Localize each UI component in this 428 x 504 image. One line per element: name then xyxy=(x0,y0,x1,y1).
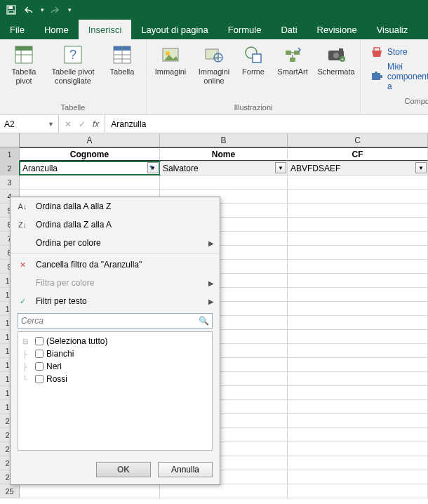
cell[interactable] xyxy=(20,484,160,498)
sort-descending[interactable]: Z↓ Ordina dalla Z alla A xyxy=(11,215,220,234)
cell[interactable] xyxy=(288,428,428,442)
undo-more-icon[interactable]: ▾ xyxy=(41,6,44,13)
header-cf[interactable]: CF xyxy=(288,147,428,161)
cell[interactable] xyxy=(160,175,288,189)
filter-dropdown-panel: A↓ Ordina dalla A alla Z Z↓ Ordina dalla… xyxy=(10,197,220,485)
tab-layout[interactable]: Layout di pagina xyxy=(131,20,218,39)
filter-values-list[interactable]: ⊟(Seleziona tutto) ├Bianchi ├Neri └Rossi xyxy=(18,331,213,451)
formula-bar: A2 ▼ ✕ ✓ fx Aranzulla xyxy=(0,115,428,133)
cancel-button[interactable]: Annulla xyxy=(158,462,213,477)
tab-insert[interactable]: Inserisci xyxy=(79,20,132,39)
name-box[interactable]: A2 ▼ xyxy=(0,115,59,133)
undo-button[interactable] xyxy=(21,1,38,18)
cell[interactable] xyxy=(288,175,428,189)
cell[interactable] xyxy=(288,232,428,245)
ok-button[interactable]: OK xyxy=(96,462,151,477)
pivot-table-button[interactable]: Tabella pivot xyxy=(4,42,44,86)
my-addins-label: Miei componenti a xyxy=(387,62,428,91)
cell-reference: A2 xyxy=(4,119,15,129)
filter-item[interactable]: ├Bianchi xyxy=(22,347,208,360)
tab-file[interactable]: File xyxy=(0,20,34,39)
cell[interactable] xyxy=(288,372,428,385)
fx-icon[interactable]: fx xyxy=(93,119,99,129)
filter-button-nome[interactable]: ▼ xyxy=(275,162,286,173)
col-header-b[interactable]: B xyxy=(160,133,288,147)
cell[interactable] xyxy=(288,414,428,427)
col-header-c[interactable]: C xyxy=(288,133,428,147)
smartart-button[interactable]: SmartArt xyxy=(273,42,312,86)
filter-item[interactable]: ├Neri xyxy=(22,360,208,373)
cell[interactable] xyxy=(288,246,428,259)
col-header-a[interactable]: A xyxy=(20,133,160,147)
accept-formula-icon[interactable]: ✓ xyxy=(79,119,86,129)
row-header-3[interactable]: 3 xyxy=(0,175,20,189)
cell[interactable] xyxy=(288,470,428,484)
table-row: 3 xyxy=(0,175,428,190)
tab-data[interactable]: Dati xyxy=(271,20,307,39)
row-header-1[interactable]: 1 xyxy=(0,147,20,161)
cell[interactable] xyxy=(288,358,428,371)
tab-view[interactable]: Visualiz xyxy=(367,20,418,39)
row-header-25[interactable]: 25 xyxy=(0,484,20,498)
ribbon-group-addins-label: Compon xyxy=(365,95,428,107)
filter-buttons: OK Annulla xyxy=(11,456,220,484)
cell[interactable] xyxy=(288,484,428,498)
cell-b2[interactable]: Salvatore ▼ xyxy=(160,161,288,175)
cell-c2[interactable]: ABVFDSAEF ▼ xyxy=(288,161,428,175)
filter-search-box[interactable]: 🔍 xyxy=(18,313,213,329)
pictures-button[interactable]: Immagini xyxy=(151,42,190,86)
cell[interactable] xyxy=(288,190,428,203)
cell[interactable] xyxy=(288,344,428,357)
cell[interactable] xyxy=(288,288,428,301)
tab-formulas[interactable]: Formule xyxy=(218,20,272,39)
cell[interactable] xyxy=(288,302,428,315)
cell[interactable] xyxy=(288,218,428,231)
formula-input[interactable]: Aranzulla xyxy=(105,115,428,133)
row-header-2[interactable]: 2 xyxy=(0,161,20,175)
save-button[interactable] xyxy=(3,1,20,18)
cell[interactable] xyxy=(288,274,428,287)
recommended-pivot-label: Tabelle pivot consigliate xyxy=(48,67,98,86)
filter-search-input[interactable] xyxy=(21,316,199,326)
store-button[interactable]: Store xyxy=(370,46,428,58)
submenu-arrow-icon: ▶ xyxy=(208,279,214,287)
shapes-button[interactable]: Forme xyxy=(238,42,269,86)
cell[interactable] xyxy=(288,316,428,329)
select-all-corner[interactable] xyxy=(0,133,20,147)
search-icon: 🔍 xyxy=(199,316,209,326)
clear-filter[interactable]: ⨯ Cancella filtro da "Aranzulla" xyxy=(11,256,220,274)
text-filters[interactable]: ✓ Filtri per testo ▶ xyxy=(11,292,220,310)
filter-button-cognome[interactable]: ▼ xyxy=(147,162,159,173)
cell[interactable] xyxy=(288,400,428,413)
recommended-pivot-button[interactable]: ? Tabelle pivot consigliate xyxy=(48,42,98,86)
cell[interactable] xyxy=(288,204,428,217)
name-box-dropdown-icon[interactable]: ▼ xyxy=(48,121,54,128)
sort-ascending[interactable]: A↓ Ordina dalla A alla Z xyxy=(11,197,220,215)
cell[interactable] xyxy=(288,330,428,343)
sort-by-color[interactable]: Ordina per colore ▶ xyxy=(11,234,220,252)
header-cognome[interactable]: Cognome xyxy=(20,147,160,161)
cell[interactable] xyxy=(288,260,428,273)
online-pictures-button[interactable]: Immagini online xyxy=(194,42,234,86)
tab-review[interactable]: Revisione xyxy=(307,20,367,39)
header-nome[interactable]: Nome xyxy=(160,147,288,161)
cell[interactable] xyxy=(288,456,428,470)
tab-home[interactable]: Home xyxy=(34,20,79,39)
my-addins-button[interactable]: Miei componenti a xyxy=(370,62,428,91)
filter-button-cf[interactable]: ▼ xyxy=(415,162,427,173)
filter-select-all[interactable]: ⊟(Seleziona tutto) xyxy=(22,335,208,347)
cell[interactable] xyxy=(160,484,288,498)
ribbon-group-illus-label: Illustrazioni xyxy=(151,102,356,113)
store-icon xyxy=(370,46,383,58)
qat-customize-icon[interactable]: ▾ xyxy=(68,6,72,13)
cancel-formula-icon[interactable]: ✕ xyxy=(65,119,72,129)
cell[interactable] xyxy=(288,442,428,456)
screenshot-button[interactable]: + Schermata xyxy=(316,42,356,86)
cell[interactable] xyxy=(288,386,428,399)
cell-a2[interactable]: Aranzulla ▼ xyxy=(20,161,160,175)
pivot-table-icon xyxy=(13,44,35,66)
filter-item[interactable]: └Rossi xyxy=(22,373,208,385)
table-button[interactable]: Tabella xyxy=(102,42,142,86)
cell[interactable] xyxy=(20,175,160,189)
pictures-label: Immagini xyxy=(155,67,187,86)
